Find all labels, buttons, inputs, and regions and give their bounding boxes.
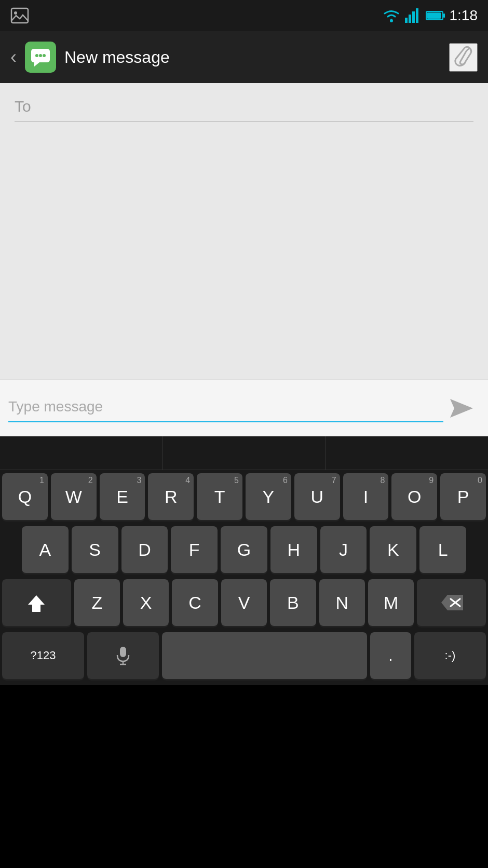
key-p[interactable]: P0 [440,473,486,520]
key-o[interactable]: O9 [391,473,437,520]
svg-rect-0 [11,8,28,23]
key-n[interactable]: N [319,579,365,626]
key-k[interactable]: K [370,526,416,573]
key-y[interactable]: Y6 [246,473,291,520]
back-button[interactable]: ‹ [10,46,17,68]
svg-point-11 [35,54,38,57]
keyboard-suggestion-row [0,436,488,470]
key-q[interactable]: Q1 [2,473,48,520]
type-message-input[interactable] [8,394,443,419]
svg-marker-14 [450,399,473,418]
key-backspace[interactable] [417,579,486,626]
key-t[interactable]: T5 [197,473,242,520]
key-i[interactable]: I8 [343,473,389,520]
key-a[interactable]: A [22,526,69,573]
key-c[interactable]: C [172,579,218,626]
key-v[interactable]: V [221,579,267,626]
backspace-icon [440,595,463,610]
keyboard-row-1: Q1 W2 E3 R4 T5 Y6 U7 I8 O9 P0 [0,470,488,523]
status-bar: 1:18 [0,0,488,31]
keyboard-row-4: ?123 . :-) [0,629,488,685]
app-bar: ‹ New message [0,31,488,83]
type-message-bar [0,379,488,436]
key-f[interactable]: F [171,526,218,573]
attach-button[interactable] [449,43,478,72]
svg-rect-6 [416,8,418,23]
to-input[interactable] [15,94,473,122]
paperclip-icon [451,45,476,70]
type-message-underline [8,421,443,422]
keyboard-row-2: A S D F G H J K L [0,523,488,576]
svg-rect-4 [409,15,411,23]
key-shift[interactable] [2,579,71,626]
key-j[interactable]: J [320,526,367,573]
compose-area [0,83,488,379]
shift-icon [27,593,46,612]
key-mic[interactable] [87,632,159,679]
image-icon [10,6,29,25]
wifi-icon [382,8,401,23]
app-bar-title: New message [64,48,449,67]
signal-icon [405,8,422,23]
suggestion-1[interactable] [0,436,163,470]
svg-rect-8 [443,14,445,18]
key-period[interactable]: . [370,632,411,679]
keyboard: Q1 W2 E3 R4 T5 Y6 U7 I8 O9 P0 A S D F G … [0,436,488,685]
type-message-input-wrap [8,394,443,422]
svg-point-1 [14,11,17,15]
key-r[interactable]: R4 [148,473,194,520]
message-icon [30,47,51,68]
to-field-container [0,83,488,122]
message-body [0,122,488,361]
key-h[interactable]: H [270,526,317,573]
key-m[interactable]: M [368,579,414,626]
mic-icon [115,646,131,665]
key-u[interactable]: U7 [294,473,340,520]
key-emoji[interactable]: :-) [414,632,486,679]
keyboard-row-3: Z X C V B N M [0,576,488,629]
key-symbols[interactable]: ?123 [2,632,84,679]
key-e[interactable]: E3 [100,473,145,520]
key-b[interactable]: B [270,579,316,626]
key-z[interactable]: Z [74,579,120,626]
svg-rect-9 [427,12,441,19]
key-d[interactable]: D [121,526,168,573]
status-bar-left [10,6,376,25]
key-l[interactable]: L [419,526,466,573]
svg-marker-15 [28,595,45,611]
app-icon [25,42,56,73]
status-time: 1:18 [450,7,478,24]
key-g[interactable]: G [221,526,267,573]
battery-icon [426,10,445,21]
svg-rect-16 [32,611,40,612]
svg-rect-3 [405,18,408,23]
status-icons: 1:18 [382,7,478,24]
svg-rect-5 [412,11,415,23]
svg-rect-20 [120,647,126,657]
key-space[interactable] [162,632,367,679]
suggestion-3[interactable] [326,436,488,470]
key-x[interactable]: X [123,579,169,626]
suggestion-2[interactable] [163,436,326,470]
key-s[interactable]: S [72,526,118,573]
send-icon [448,397,475,420]
svg-point-12 [39,54,42,57]
svg-point-2 [390,19,393,22]
send-button[interactable] [443,390,480,426]
svg-marker-17 [441,595,463,610]
key-w[interactable]: W2 [51,473,97,520]
svg-point-13 [43,54,46,57]
